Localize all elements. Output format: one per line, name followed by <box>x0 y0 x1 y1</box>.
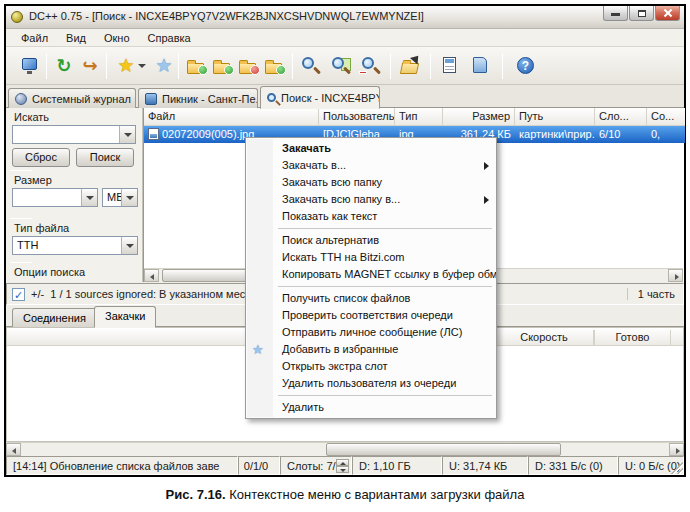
size-unit-select[interactable]: МБ <box>102 188 138 207</box>
column-slots[interactable]: Сло... <box>595 108 647 126</box>
app-icon <box>11 11 23 23</box>
minimize-button[interactable] <box>603 6 628 21</box>
menu-item-match-queue[interactable]: Проверить соответствия очереди <box>246 307 496 324</box>
tab-label: Поиск - INCXE4BPY... <box>281 92 380 104</box>
scroll-right-icon[interactable] <box>669 443 684 456</box>
open-filelist-icon[interactable] <box>398 54 422 78</box>
minimize-icon <box>611 13 620 16</box>
finished-downloads-icon[interactable] <box>210 54 234 78</box>
menu-item-remove[interactable]: Удалить <box>246 399 496 416</box>
menu-item-get-filelist[interactable]: Получить список файлов <box>246 290 496 307</box>
tab-system-log[interactable]: Системный журнал <box>8 88 136 108</box>
column-user[interactable]: Пользователь <box>319 108 395 126</box>
status-download-speed: D: 331 Б/с (0) <box>528 456 618 475</box>
resize-grip[interactable] <box>671 462 683 474</box>
download-queue-icon[interactable] <box>184 54 208 78</box>
title-bar: DC++ 0.75 - [Поиск - INCXE4BPYQ7V2WFK2BJ… <box>6 6 684 29</box>
menu-file[interactable]: Файл <box>12 30 57 46</box>
spinner-down-icon[interactable] <box>336 466 349 473</box>
restore-button[interactable] <box>629 6 654 21</box>
favorite-users-icon[interactable]: ★ <box>152 54 176 78</box>
app-window: DC++ 0.75 - [Поиск - INCXE4BPYQ7V2WFK2BJ… <box>4 4 686 477</box>
scroll-left-icon[interactable] <box>144 269 159 282</box>
size-label: Размер <box>14 174 52 186</box>
menu-view[interactable]: Вид <box>57 30 95 46</box>
menu-item-remove-user-from-queue[interactable]: Удалить пользователя из очереди <box>246 375 496 392</box>
scroll-thumb[interactable] <box>326 443 561 456</box>
menu-item-copy-magnet[interactable]: Копировать MAGNET ссылку в буфер обмена <box>246 266 496 283</box>
menu-window[interactable]: Окно <box>95 30 139 46</box>
bottom-hscrollbar[interactable] <box>6 442 684 456</box>
help-icon[interactable]: ? <box>514 54 538 78</box>
column-size[interactable]: Размер <box>443 108 515 126</box>
size-select[interactable] <box>12 188 98 207</box>
follow-redirect-icon[interactable]: ↪ <box>78 54 102 78</box>
column-type[interactable]: Тип <box>395 108 443 126</box>
toolbar-separator <box>292 53 293 79</box>
tab-search-active[interactable]: Поиск - INCXE4BPY... <box>260 86 380 109</box>
window-tab-bar: Системный журнал Пикник - Санкт-Пе... По… <box>6 85 684 108</box>
menu-item-private-message[interactable]: Отправить личное сообщение (ЛС) <box>246 324 496 341</box>
status-slots: Слоты: 7/7 <box>280 456 352 475</box>
tab-label: Системный журнал <box>32 93 131 105</box>
file-type-select[interactable]: TTH <box>12 236 138 255</box>
menu-item-download[interactable]: Закачать <box>246 140 496 157</box>
search-button[interactable]: Поиск <box>76 148 134 167</box>
caption-number: Рис. 7.16. <box>166 487 226 502</box>
column-connection[interactable]: Со... <box>647 108 685 126</box>
menu-help[interactable]: Справка <box>139 30 200 46</box>
favorite-star-icon: ★ <box>252 342 264 357</box>
size-dropdown-icon[interactable] <box>81 189 97 206</box>
search-dropdown-icon[interactable] <box>119 126 135 143</box>
unit-dropdown-icon[interactable] <box>121 189 137 206</box>
column-speed[interactable]: Скорость <box>494 330 594 346</box>
search-icon[interactable] <box>298 54 322 78</box>
waiting-users-icon[interactable] <box>236 54 260 78</box>
sources-prefix: +/- <box>31 288 44 300</box>
menu-item-search-tth-bitzi[interactable]: Искать TTH на Bitzi.com <box>246 249 496 266</box>
refresh-icon[interactable]: ↻ <box>52 54 76 78</box>
slots-spinner <box>336 459 349 473</box>
sources-text: 1 / 1 sources ignored: В указанном месте… <box>50 288 272 300</box>
result-path: картинки\прир... <box>515 127 595 143</box>
results-header: Файл Пользователь Тип Размер Путь Сло...… <box>144 108 685 126</box>
image-file-icon <box>148 128 159 140</box>
finished-uploads-icon[interactable] <box>262 54 286 78</box>
group-separator <box>10 262 32 263</box>
favorite-hubs-icon[interactable]: ★ <box>114 54 148 78</box>
column-path[interactable]: Путь <box>515 108 595 126</box>
menu-separator <box>278 286 492 287</box>
menu-separator <box>278 395 492 396</box>
settings-icon[interactable] <box>438 54 462 78</box>
figure-caption: Рис. 7.16. Контекстное меню с вариантами… <box>0 487 690 502</box>
search-input[interactable] <box>12 125 136 144</box>
notepad-icon[interactable] <box>468 54 492 78</box>
tab-hub-piknik[interactable]: Пикник - Санкт-Пе... <box>138 88 258 108</box>
spinner-up-icon[interactable] <box>336 459 349 466</box>
search-spy-icon[interactable] <box>358 54 382 78</box>
close-button[interactable] <box>655 6 680 21</box>
sources-checkbox[interactable]: ✓ <box>12 288 25 301</box>
menu-item-view-as-text[interactable]: Показать как текст <box>246 208 496 225</box>
menu-item-download-folder-to[interactable]: Закачать всю папку в... <box>246 191 496 208</box>
connect-hub-icon[interactable] <box>18 54 42 78</box>
column-file[interactable]: Файл <box>144 108 319 126</box>
result-connection: 0, <box>647 127 685 143</box>
menu-item-grant-extra-slot[interactable]: Открыть экстра слот <box>246 358 496 375</box>
file-type-label: Тип файла <box>14 222 69 234</box>
toolbar-separator <box>390 53 391 79</box>
menu-item-download-to[interactable]: Закачать в... <box>246 157 496 174</box>
tab-connections[interactable]: Соединения <box>12 308 97 327</box>
scroll-right-icon[interactable] <box>668 269 683 282</box>
tab-downloads[interactable]: Закачки <box>94 306 156 328</box>
column-done[interactable]: Готово <box>594 330 671 346</box>
menu-item-add-favorite[interactable]: ★Добавить в избранные <box>246 341 496 358</box>
group-separator <box>10 218 32 219</box>
menu-item-download-folder[interactable]: Закачать всю папку <box>246 174 496 191</box>
file-type-dropdown-icon[interactable] <box>121 237 137 254</box>
adl-search-icon[interactable] <box>328 54 352 78</box>
reset-button[interactable]: Сброс <box>12 148 70 167</box>
scroll-left-icon[interactable] <box>6 443 21 456</box>
toolbar-separator <box>178 53 179 79</box>
menu-item-search-alternates[interactable]: Поиск альтернатив <box>246 232 496 249</box>
